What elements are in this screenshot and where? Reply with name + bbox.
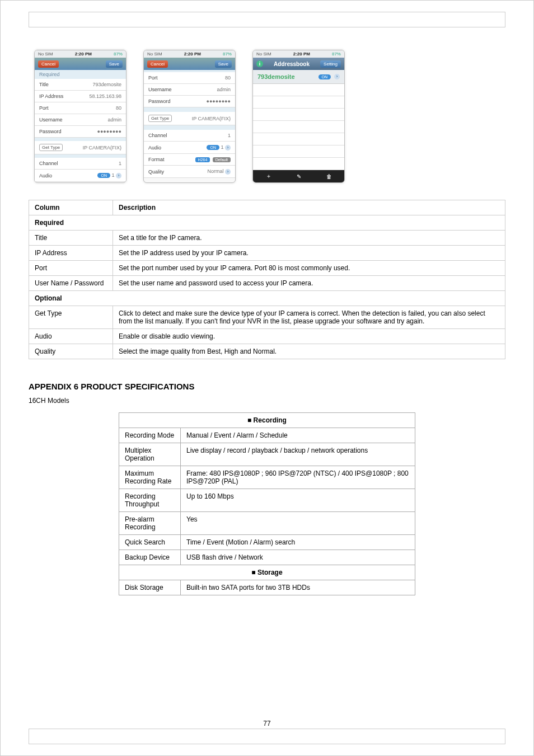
addressbook-entry[interactable]: 793demosite ON › <box>253 70 344 84</box>
spec-header-recording: ■ Recording <box>119 413 415 428</box>
cell-desc: Set the user name and password used to a… <box>113 276 505 291</box>
row-title[interactable]: Title793demosite <box>35 79 126 91</box>
spec-table: ■ Recording Recording ModeManual / Event… <box>119 412 415 595</box>
save-button[interactable]: Save <box>215 60 232 68</box>
cell-col: Recording Throughput <box>119 489 181 512</box>
label: Channel <box>39 161 58 166</box>
row-gettype[interactable]: Get TypeIP CAMERA(FIX) <box>35 141 126 154</box>
edit-icon[interactable]: ✎ <box>297 173 301 180</box>
cell-desc: Frame: 480 IPS@1080P ; 960 IPS@720P (NTS… <box>181 466 415 489</box>
chevron-right-icon[interactable]: › <box>225 145 231 151</box>
navbar: Cancel Save <box>144 58 235 70</box>
appendix-title: APPENDIX 6 PRODUCT SPECIFICATIONS <box>29 382 505 391</box>
format-h264-tag[interactable]: H264 <box>195 157 210 162</box>
add-icon[interactable]: ＋ <box>266 172 271 180</box>
page-number: 77 <box>1 720 533 727</box>
status-left: No SIM <box>256 51 271 57</box>
row-audio[interactable]: Audio ON 1 › <box>35 170 126 182</box>
audio-toggle[interactable]: ON <box>207 145 219 150</box>
label: Password <box>148 98 171 104</box>
label: Quality <box>148 169 164 175</box>
chevron-right-icon[interactable]: › <box>225 169 231 175</box>
label: Audio <box>39 173 52 179</box>
gettype-button[interactable]: Get Type <box>39 144 63 151</box>
row-channel: Channel1 <box>35 158 126 170</box>
value: admin <box>107 117 121 123</box>
chevron-right-icon[interactable]: › <box>116 173 121 179</box>
label: Audio <box>148 145 161 151</box>
subheader-optional: Optional <box>29 291 505 306</box>
cell-desc: Set the IP address used by your IP camer… <box>113 246 505 261</box>
label: Port <box>39 105 49 111</box>
cell-desc: Live display / record / playback / backu… <box>181 443 415 466</box>
label: Password <box>39 129 62 134</box>
cell-col: Quick Search <box>119 535 181 550</box>
row-username[interactable]: Usernameadmin <box>35 114 126 126</box>
cell-desc: Click to detect and make sure the device… <box>113 306 505 329</box>
status-time: 2:20 PM <box>184 51 201 57</box>
row-quality[interactable]: Quality Normal › <box>144 166 235 178</box>
chevron-right-icon[interactable]: › <box>334 74 340 79</box>
th-description: Description <box>113 200 505 215</box>
cancel-button[interactable]: Cancel <box>147 60 168 68</box>
cell-col: Backup Device <box>119 550 181 565</box>
label: Username <box>39 117 63 123</box>
phone-right: No SIM 2:20 PM 87% i Addressbook Setting… <box>252 50 345 183</box>
entry-toggle[interactable]: ON <box>318 74 331 79</box>
page-footer-box <box>29 729 505 744</box>
cancel-button[interactable]: Cancel <box>38 60 59 68</box>
row-ip[interactable]: IP Address58.125.163.98 <box>35 91 126 102</box>
row-port[interactable]: Port80 <box>144 72 235 84</box>
cell-desc: Built-in two SATA ports for two 3TB HDDs <box>181 580 415 595</box>
row-format[interactable]: Format H264 Default <box>144 154 235 166</box>
row-audio[interactable]: Audio ON 1 › <box>144 142 235 154</box>
value: ●●●●●●●● <box>207 98 231 104</box>
row-port[interactable]: Port80 <box>35 102 126 114</box>
value: 1 <box>119 161 121 166</box>
label: Channel <box>148 133 167 138</box>
cell-desc: Select the image quality from Best, High… <box>113 344 505 359</box>
th-column: Column <box>29 200 113 215</box>
gettype-button[interactable]: Get Type <box>148 115 172 122</box>
label: IP Address <box>39 93 63 99</box>
status-bar: No SIM 2:20 PM 87% <box>35 50 126 58</box>
value: 80 <box>116 105 121 111</box>
format-default-tag[interactable]: Default <box>213 157 231 162</box>
label: Format <box>148 157 165 162</box>
audio-value: 1 <box>111 172 114 178</box>
save-button[interactable]: Save <box>106 60 123 68</box>
empty-list <box>253 84 344 170</box>
cell-desc: Manual / Event / Alarm / Schedule <box>181 428 415 443</box>
status-bar: No SIM 2:20 PM 87% <box>253 50 344 58</box>
cell-desc: Set a title for the IP camera. <box>113 231 505 246</box>
audio-toggle[interactable]: ON <box>97 173 110 178</box>
row-gettype[interactable]: Get TypeIP CAMERA(FIX) <box>144 112 235 125</box>
status-battery: 87% <box>114 51 123 57</box>
label: Port <box>148 75 158 81</box>
cell-col: Quality <box>29 344 113 359</box>
status-battery: 87% <box>223 51 232 57</box>
cell-desc: Time / Event (Motion / Alarm) search <box>181 535 415 550</box>
row-password[interactable]: Password●●●●●●●● <box>35 126 126 138</box>
cell-desc: Yes <box>181 512 415 535</box>
value: 58.125.163.98 <box>89 93 121 99</box>
row-password[interactable]: Password●●●●●●●● <box>144 96 235 107</box>
page-header-box <box>29 12 505 27</box>
navbar: i Addressbook Setting <box>253 58 344 70</box>
cell-col: Multiplex Operation <box>119 443 181 466</box>
cell-col: User Name / Password <box>29 276 113 291</box>
row-channel: Channel1 <box>144 130 235 142</box>
appendix-subtitle: 16CH Models <box>29 397 505 405</box>
status-time: 2:20 PM <box>293 51 310 57</box>
cell-col: Pre-alarm Recording <box>119 512 181 535</box>
cell-col: Maximum Recording Rate <box>119 466 181 489</box>
cell-desc: Set the port number used by your IP came… <box>113 261 505 276</box>
cell-col: Port <box>29 261 113 276</box>
info-icon[interactable]: i <box>256 60 263 67</box>
setting-button[interactable]: Setting <box>320 60 341 68</box>
row-username[interactable]: Usernameadmin <box>144 84 235 96</box>
value: 1 <box>228 133 231 138</box>
status-time: 2:20 PM <box>75 51 92 57</box>
trash-icon[interactable]: 🗑 <box>326 173 332 180</box>
status-left: No SIM <box>147 51 162 57</box>
